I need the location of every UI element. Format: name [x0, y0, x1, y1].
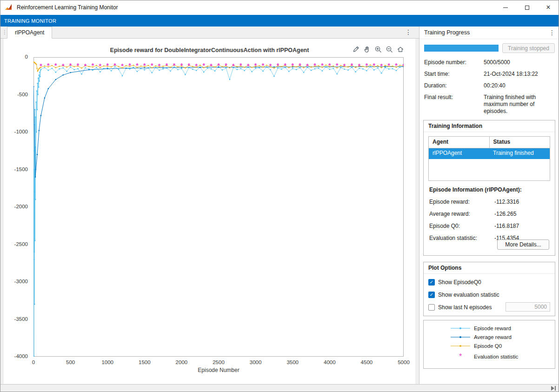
training-information-title: Training Information	[424, 120, 555, 132]
more-details-button[interactable]: More Details...	[497, 239, 549, 250]
stat-label: Final result:	[424, 94, 484, 100]
series-episode-reward-marker	[140, 68, 142, 69]
training-reward-plot[interactable]: ****************************************…	[33, 57, 404, 357]
x-tick-label: 4000	[318, 359, 341, 365]
plot-option-label[interactable]: Show EpisodeQ0	[438, 279, 481, 286]
series-episode-q0-marker	[296, 66, 297, 67]
series-evaluation-statistic-marker: *	[373, 62, 376, 69]
series-episode-reward-marker	[34, 109, 36, 110]
pan-icon[interactable]	[362, 44, 372, 54]
series-episode-q0-marker	[36, 68, 38, 69]
window-controls: ×	[495, 0, 559, 15]
series-episode-reward-marker	[33, 251, 35, 252]
training-stopped-button[interactable]: Training stopped	[502, 43, 555, 53]
panel-overflow-icon[interactable]: ⋮	[549, 29, 555, 36]
legend-label: Episode reward	[474, 326, 511, 331]
maximize-icon[interactable]	[516, 0, 538, 15]
tab-overflow-icon[interactable]: ⋮	[405, 28, 412, 36]
plot-option-row[interactable]: ✓Show EpisodeQ0	[424, 276, 555, 288]
table-header-cell: Agent	[429, 137, 489, 148]
panel-title: Training Progress	[424, 29, 470, 36]
series-episode-reward-marker	[36, 90, 38, 92]
brush-icon[interactable]	[351, 44, 360, 54]
series-episode-q0-marker	[288, 67, 290, 68]
series-evaluation-statistic-marker: *	[92, 62, 94, 69]
checkbox[interactable]: ✓	[428, 292, 435, 298]
panel-header: Training Progress ⋮	[419, 27, 559, 39]
training-stats: Episode number:5000/5000Start time:21-Oc…	[424, 59, 556, 120]
series-episode-q0-marker	[303, 67, 305, 68]
series-episode-reward-marker	[44, 67, 46, 68]
series-episode-q0-marker	[133, 65, 134, 66]
checkbox[interactable]	[428, 304, 435, 311]
y-tick-label: -3000	[4, 279, 28, 284]
scroll-end-icon[interactable]	[551, 385, 557, 391]
series-episode-q0-marker	[59, 66, 60, 67]
plot-option-row[interactable]: Show last N episodes	[424, 301, 555, 313]
series-evaluation-statistic-marker: *	[180, 62, 183, 69]
home-icon[interactable]	[395, 44, 405, 54]
table-row[interactable]: rlPPOAgentTraining finished	[429, 148, 550, 159]
plot-option-label[interactable]: Show evaluation statistic	[438, 292, 499, 298]
series-episode-q0-marker	[377, 65, 379, 66]
stat-row: Start time:21-Oct-2024 18:13:22	[424, 71, 556, 78]
series-episode-reward-marker	[48, 70, 49, 71]
series-episode-q0-marker	[222, 66, 223, 67]
series-episode-reward-marker	[333, 68, 334, 69]
series-episode-reward-marker	[273, 76, 275, 77]
x-tick-label: 4500	[355, 359, 378, 365]
series-episode-reward-marker	[34, 240, 36, 241]
minimize-icon[interactable]	[495, 0, 516, 15]
series-episode-reward-marker	[192, 69, 193, 70]
checkbox[interactable]: ✓	[428, 279, 435, 286]
series-evaluation-statistic-marker: *	[366, 62, 368, 69]
last-n-episodes-input[interactable]	[506, 302, 550, 312]
series-episode-q0-marker	[214, 66, 216, 68]
series-episode-q0-marker	[44, 66, 46, 67]
series-average-reward-marker	[126, 67, 127, 69]
y-tick-labels: 0-500-1000-1500-2000-2500-3000-3500-4000	[4, 57, 31, 357]
episode-info-value: -112.3316	[494, 199, 519, 205]
series-average-reward-marker	[88, 69, 90, 71]
series-episode-reward-marker	[381, 73, 382, 74]
zoom-out-icon[interactable]	[384, 44, 394, 54]
series-episode-q0-marker	[185, 67, 186, 69]
series-evaluation-statistic-marker: *	[69, 62, 72, 69]
series-episode-reward-marker	[39, 74, 40, 76]
legend-item: *Evaluation statistic	[424, 350, 555, 363]
ribbon-training-monitor-tab[interactable]: TRAINING MONITOR	[0, 15, 559, 27]
series-episode-q0-marker	[251, 67, 253, 68]
x-tick-label: 2000	[170, 359, 193, 365]
series-episode-reward-marker	[55, 72, 57, 73]
series-evaluation-statistic-marker: *	[217, 62, 220, 69]
close-icon[interactable]: ×	[538, 0, 559, 15]
series-evaluation-statistic-marker: *	[232, 62, 235, 70]
stat-row: Duration:00:20:40	[424, 82, 556, 89]
series-episode-reward-marker	[366, 70, 367, 72]
series-evaluation-statistic-marker: *	[269, 62, 272, 70]
plot-option-row[interactable]: ✓Show evaluation statistic	[424, 288, 555, 301]
series-average-reward-marker	[44, 97, 46, 99]
series-episode-q0-marker	[38, 69, 39, 71]
episode-info-value: -126.265	[494, 211, 516, 217]
series-episode-q0-marker	[318, 65, 319, 66]
series-evaluation-statistic-marker: *	[47, 62, 50, 69]
series-episode-q0-marker	[266, 65, 267, 66]
plot-option-label[interactable]: Show last N episodes	[438, 304, 492, 311]
series-episode-q0-marker	[326, 65, 327, 66]
axes-toolbar	[351, 44, 405, 54]
training-progress-fill	[424, 45, 499, 52]
series-episode-reward-marker	[39, 72, 40, 73]
series-episode-reward-marker	[214, 70, 216, 72]
series-episode-reward-marker	[355, 71, 356, 73]
series-episode-q0-marker	[52, 65, 53, 66]
series-episode-reward-marker	[362, 68, 364, 70]
plot-area[interactable]: ****************************************…	[33, 57, 404, 357]
zoom-in-icon[interactable]	[373, 44, 383, 54]
series-episode-reward-marker	[237, 69, 238, 70]
series-episode-q0-marker	[281, 66, 282, 67]
series-average-reward-marker	[48, 88, 49, 89]
series-evaluation-statistic-marker: *	[387, 62, 390, 69]
tab-rlppoagent[interactable]: rlPPOAgent	[7, 27, 52, 39]
episode-info-row: Average reward:-126.265	[429, 211, 551, 217]
